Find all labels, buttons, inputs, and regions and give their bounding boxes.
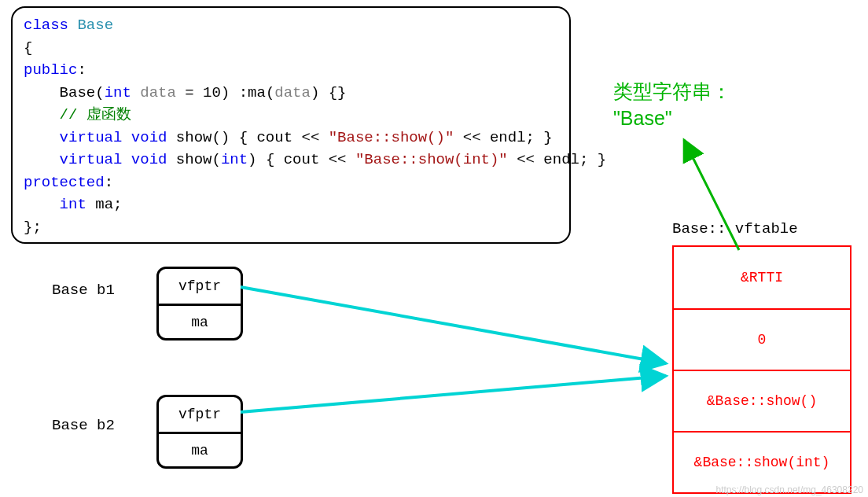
vft-zero: 0 [674, 308, 850, 370]
class-name: Base [77, 17, 113, 34]
b1-ma: ma [159, 304, 241, 338]
keyword-protected: protected [24, 174, 105, 191]
watermark: https://blog.csdn.net/mg_46308220 [716, 484, 863, 495]
code-block: class Base { public: Base(int data = 10)… [11, 6, 571, 244]
type-string-line1: 类型字符串： [613, 79, 731, 105]
object-b2: vfptr ma [156, 395, 243, 469]
b2-ma: ma [159, 432, 241, 466]
vftable-title: Base:: vftable [672, 220, 798, 237]
b1-vfptr: vfptr [159, 269, 241, 304]
arrow-b1-to-vftable [241, 287, 666, 363]
label-b2: Base b2 [52, 417, 115, 434]
label-b1: Base b1 [52, 282, 115, 299]
b2-vfptr: vfptr [159, 397, 241, 432]
type-string-line2: "Base" [613, 105, 731, 132]
keyword-class: class [24, 17, 68, 34]
code-brace: { [24, 39, 32, 57]
vft-rtti: &RTTI [674, 247, 850, 308]
vft-show-int: &Base::show(int) [674, 431, 850, 492]
type-string-label: 类型字符串： "Base" [613, 79, 731, 132]
arrow-b2-to-vftable [241, 376, 666, 412]
comment: // 虚函数 [60, 106, 131, 123]
keyword-public: public [24, 61, 77, 79]
vft-show: &Base::show() [674, 370, 850, 431]
vftable: &RTTI 0 &Base::show() &Base::show(int) [672, 245, 851, 494]
object-b1: vfptr ma [156, 267, 243, 341]
